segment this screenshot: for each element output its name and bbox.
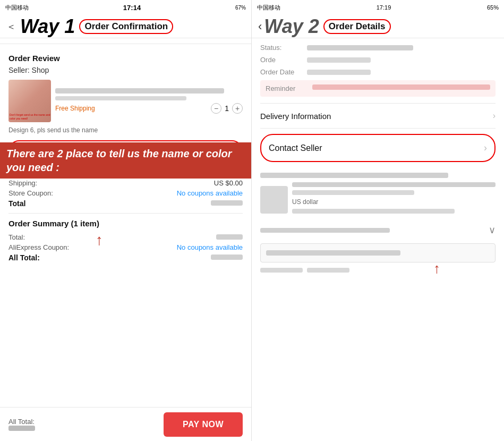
right-status-icons: 65% bbox=[487, 4, 499, 11]
all-total-label: All Total: bbox=[8, 253, 40, 262]
right-carrier: 中国移动 bbox=[257, 4, 280, 12]
qty-increase-button[interactable]: + bbox=[232, 103, 243, 114]
delivery-label: Delivery Information bbox=[260, 112, 331, 121]
left-carrier: 中国移动 bbox=[5, 4, 29, 12]
free-shipping-label: Free Shipping bbox=[55, 105, 95, 112]
all-total-row: All Total: bbox=[8, 253, 243, 262]
right-product-line-3 bbox=[292, 209, 455, 214]
order-date-row: Order Date bbox=[260, 68, 496, 76]
right-bottom-blur-1 bbox=[260, 268, 303, 273]
product-row: Don't forget send us the name and color … bbox=[8, 80, 243, 122]
summary-total-row: Total: bbox=[8, 233, 243, 241]
right-nav-title: Order Details bbox=[323, 19, 391, 34]
right-bottom-blur-row bbox=[260, 268, 496, 273]
qty-decrease-button[interactable]: − bbox=[211, 103, 221, 114]
usd-label: US dollar bbox=[292, 198, 496, 206]
right-bottom-blur-2 bbox=[307, 268, 349, 273]
coupon-row: Store Coupon: No coupons available bbox=[8, 189, 243, 197]
right-content: Status: Orde Order Date Reminder Deliver… bbox=[252, 38, 504, 173]
status-row: Status: bbox=[260, 44, 496, 52]
right-dropdown-blur bbox=[260, 228, 390, 233]
right-dropdown-row[interactable]: ∨ bbox=[260, 222, 496, 238]
order-blur bbox=[307, 57, 371, 63]
dropdown-icon: ∨ bbox=[489, 224, 496, 236]
right-time: 17:19 bbox=[377, 4, 391, 11]
pay-now-button[interactable]: PAY NOW bbox=[164, 412, 243, 437]
qty-value: 1 bbox=[225, 104, 229, 113]
product-image: Don't forget send us the name and color … bbox=[8, 80, 51, 122]
right-back-button[interactable]: ‹ bbox=[258, 20, 262, 33]
right-input-field[interactable] bbox=[260, 243, 496, 262]
delivery-row[interactable]: Delivery Information › bbox=[260, 103, 496, 129]
overlay-text: There are 2 place to tell us the name or… bbox=[0, 142, 251, 179]
reminder-label: Reminder bbox=[266, 84, 308, 92]
contact-seller-chevron-icon: › bbox=[484, 142, 487, 154]
right-product-thumb bbox=[260, 186, 288, 214]
delivery-chevron-icon: › bbox=[493, 111, 496, 121]
aliexpress-coupon-label: AliExpress Coupon: bbox=[8, 243, 69, 251]
order-label: Orde bbox=[260, 56, 303, 64]
product-price-area: Free Shipping − 1 + bbox=[55, 103, 243, 114]
contact-seller-label: Contact Seller bbox=[269, 143, 322, 153]
order-date-label: Order Date bbox=[260, 68, 303, 76]
reminder-row: Reminder bbox=[260, 80, 496, 97]
battery-icon: 67% bbox=[235, 5, 246, 11]
qty-control[interactable]: − 1 + bbox=[211, 103, 243, 114]
shipping-label: Shipping: bbox=[8, 179, 37, 187]
left-status-bar: 中国移动 17:14 67% bbox=[0, 0, 251, 15]
reminder-blur bbox=[312, 84, 490, 90]
aliexpress-coupon-row: AliExpress Coupon: No coupons available bbox=[8, 243, 243, 251]
seller-line: Seller: Shop bbox=[8, 66, 243, 74]
order-review-title: Order Review bbox=[8, 54, 243, 63]
left-back-button[interactable]: ＜ bbox=[6, 20, 16, 33]
status-blur bbox=[307, 45, 413, 50]
bottom-all-total: All Total: bbox=[8, 418, 35, 431]
total-label: Total bbox=[8, 199, 25, 208]
product-title-blur bbox=[55, 88, 224, 94]
bottom-all-total-label: All Total: bbox=[8, 418, 35, 426]
bottom-all-total-price bbox=[8, 426, 35, 431]
left-nav-title-text: Order Confirmation bbox=[84, 21, 168, 31]
right-panel: 中国移动 17:19 65% ‹ Way 2 Order Details Sta… bbox=[252, 0, 504, 441]
order-date-blur bbox=[307, 70, 371, 75]
product-subtitle-blur bbox=[55, 96, 186, 100]
right-product-line-1 bbox=[292, 182, 496, 187]
right-product-lines: US dollar bbox=[292, 182, 496, 217]
left-nav-title: Order Confirmation bbox=[79, 19, 173, 34]
aliexpress-coupon-value: No coupons available bbox=[177, 243, 243, 251]
right-arrow: ↑ bbox=[433, 260, 440, 277]
summary-total-label: Total: bbox=[8, 233, 25, 241]
design-note: Design 6, pls send us the name bbox=[8, 126, 243, 134]
contact-seller-row[interactable]: Contact Seller › bbox=[260, 134, 496, 162]
order-row: Orde bbox=[260, 56, 496, 64]
order-summary-title: Order Summary (1 item) bbox=[8, 219, 243, 228]
right-nav-bar: ‹ Way 2 Order Details bbox=[252, 15, 504, 38]
left-panel: 中国移动 17:14 67% ＜ Way 1 Order Confirmatio… bbox=[0, 0, 252, 441]
right-battery: 65% bbox=[487, 4, 499, 11]
left-status-icons: 67% bbox=[235, 5, 246, 11]
coupon-label: Store Coupon: bbox=[8, 189, 53, 197]
left-nav-bar: ＜ Way 1 Order Confirmation bbox=[0, 15, 251, 38]
left-bottom-bar: All Total: PAY NOW bbox=[0, 407, 251, 441]
right-status-bar: 中国移动 17:19 65% bbox=[252, 0, 504, 15]
shipping-value: US $0.00 bbox=[214, 179, 243, 187]
total-row: Total bbox=[8, 199, 243, 208]
coupon-value: No coupons available bbox=[177, 189, 243, 197]
left-arrow: ↑ bbox=[96, 232, 103, 249]
right-nav-title-text: Order Details bbox=[329, 21, 386, 31]
right-product-line-2 bbox=[292, 190, 414, 195]
shipping-row: Shipping: US $0.00 bbox=[8, 179, 243, 187]
left-way-label: Way 1 bbox=[20, 15, 75, 38]
right-product-row: US dollar bbox=[260, 182, 496, 217]
left-time: 17:14 bbox=[123, 4, 141, 12]
product-img-text: Don't forget send us the name and color … bbox=[10, 113, 51, 120]
right-input-blur bbox=[266, 250, 400, 256]
right-way-label: Way 2 bbox=[264, 15, 319, 38]
status-label: Status: bbox=[260, 44, 303, 52]
product-details: Free Shipping − 1 + bbox=[55, 88, 243, 114]
right-blur-1 bbox=[260, 173, 448, 178]
right-bottom-content: US dollar ∨ bbox=[252, 173, 504, 273]
